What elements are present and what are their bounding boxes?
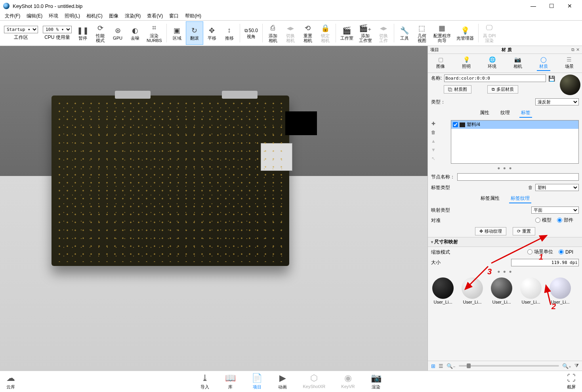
add-label-icon[interactable]: ✚ — [431, 121, 435, 126]
toolbar-gpu-button[interactable]: ⊛GPU — [109, 21, 126, 45]
toolbar-perf-button[interactable]: ⟳性能 模式 — [92, 21, 109, 45]
scale-sceneunit-radio[interactable]: 场景单位 — [527, 249, 553, 255]
panel-tab-material[interactable]: ◯材质 — [537, 55, 550, 71]
toolbar-configurator-button[interactable]: ▦配置程序 向导 — [431, 21, 454, 45]
toolbar-addcam-button[interactable]: ⎙添加 相机 — [264, 21, 282, 45]
drag-handle-icon[interactable]: ● ● ● — [428, 164, 582, 172]
subtab-labelprops[interactable]: 标签属性 — [479, 194, 501, 203]
bottom-render-button[interactable]: 📷渲染 — [371, 373, 382, 390]
delete-label-icon[interactable]: 🗑 — [431, 130, 436, 135]
viewport-3d[interactable] — [0, 46, 427, 371]
panel-tab-scene[interactable]: ☰场景 — [563, 55, 576, 71]
move-up-icon[interactable]: ▲ — [431, 138, 436, 144]
pick-icon[interactable]: ↖ — [431, 156, 435, 161]
screenshot-button[interactable]: ⛶ 截屏 — [567, 373, 576, 390]
filter-icon[interactable]: ⧩ — [574, 363, 579, 369]
bottom-anim-button[interactable]: ▶动画 — [278, 373, 287, 390]
menu-图像[interactable]: 图像 — [106, 12, 122, 20]
move-texture-button[interactable]: ✥移动纹理 — [475, 227, 506, 235]
pcb-model[interactable] — [52, 96, 289, 266]
zoom-in-icon[interactable]: 🔍₊ — [562, 363, 571, 369]
panel-tab-camera[interactable]: 📷相机 — [511, 55, 525, 71]
toolbar-tools-button[interactable]: 🔧工具 — [396, 21, 413, 45]
material-preview-sphere[interactable] — [560, 75, 580, 95]
move-down-icon[interactable]: ▼ — [431, 147, 436, 153]
toolbar-lightmgr-button[interactable]: 💡光管理器 — [454, 21, 477, 45]
workspace-select[interactable]: Startup ▾ — [4, 26, 38, 33]
close-button[interactable]: ✕ — [561, 0, 579, 12]
menu-渲染(R)[interactable]: 渲染(R) — [122, 12, 144, 20]
toolbar-tumble-button[interactable]: ↻翻滚 — [186, 21, 203, 45]
menu-帮助(H)[interactable]: 帮助(H) — [182, 12, 204, 20]
undock-icon[interactable]: ⧉ — [571, 47, 574, 52]
panel-close-icon[interactable]: ✕ — [576, 47, 580, 52]
toolbar-fov_combo-button[interactable]: ⧉50.0视角 — [242, 21, 261, 45]
zoom-slider[interactable] — [459, 365, 559, 367]
material-name-input[interactable] — [444, 75, 546, 82]
bottom-project-button[interactable]: 📄项目 — [252, 373, 262, 390]
material-type-select[interactable]: 漫反射 — [535, 98, 579, 105]
library-icon: 📖 — [225, 373, 236, 383]
render-icon: 📷 — [371, 373, 382, 383]
menu-窗口[interactable]: 窗口 — [166, 12, 182, 20]
toolbar-studio-button[interactable]: 🎬工作室 — [338, 21, 356, 45]
menu-照明(L)[interactable]: 照明(L) — [61, 12, 83, 20]
label-list-item[interactable]: 塑料/4 — [451, 120, 578, 129]
label-visible-checkbox[interactable] — [453, 122, 458, 127]
reset-button[interactable]: ⟳重置 — [513, 227, 535, 235]
list-view-icon[interactable]: ☰ — [439, 363, 443, 369]
swatch-2[interactable]: User_Li... — [489, 277, 514, 304]
region-icon: ▣ — [174, 26, 180, 35]
toolbar-dolly-button[interactable]: ↕推移 — [221, 21, 238, 45]
menu-编辑(E)[interactable]: 编辑(E) — [23, 12, 46, 20]
toolbar-pan-button[interactable]: ✥平移 — [203, 21, 221, 45]
menu-相机(C)[interactable]: 相机(C) — [83, 12, 106, 20]
align-part-radio[interactable]: 部件 — [557, 217, 573, 224]
bottom-library-button[interactable]: 📖库 — [225, 373, 236, 390]
panel-tab-image[interactable]: ▢图像 — [434, 55, 447, 71]
scale-dpi-radio[interactable]: DPI — [559, 249, 573, 255]
size-input[interactable] — [511, 259, 579, 266]
multilayer-button[interactable]: ⧉多层材质 — [487, 85, 518, 94]
swatch-0[interactable]: User_Li... — [430, 277, 456, 304]
toolbar-nurbs-button[interactable]: ⌗渲染 NURBS — [144, 21, 165, 45]
bottom-import-button[interactable]: ⤓导入 — [200, 373, 209, 390]
subtab-labels[interactable]: 标签 — [519, 109, 532, 118]
material-swatches: User_Li...User_Li...User_Li...User_Li...… — [428, 275, 582, 307]
toolbar-pause-button[interactable]: ❚❚暂停 — [74, 21, 92, 45]
swatch-4[interactable]: User_Li... — [548, 277, 573, 304]
toolbar-addstudio-button[interactable]: 🎬₊添加 工作室 — [356, 21, 375, 45]
align-model-radio[interactable]: 模型 — [535, 217, 551, 224]
menu-文件(F)[interactable]: 文件(F) — [2, 12, 23, 20]
zoom-out-icon[interactable]: 🔍₋ — [447, 363, 456, 369]
material-graph-button[interactable]: ⿻材质图 — [444, 85, 471, 94]
maximize-button[interactable]: ☐ — [542, 0, 561, 12]
mapping-type-select[interactable]: 平面 — [531, 207, 579, 214]
save-icon[interactable]: 💾 — [548, 75, 555, 82]
drag-handle-icon[interactable]: ● ● ● — [428, 268, 582, 275]
panel-tab-lighting[interactable]: 💡照明 — [460, 55, 473, 71]
node-name-input[interactable] — [457, 173, 579, 181]
size-mapping-section-header[interactable]: 尺寸和映射 — [428, 237, 582, 247]
toolbar-resetcam-button[interactable]: ⟲重置 相机 — [299, 21, 317, 45]
menu-环境[interactable]: 环境 — [46, 12, 61, 20]
swatch-1[interactable]: User_Li... — [460, 277, 485, 304]
subtab-texture[interactable]: 纹理 — [499, 109, 511, 118]
menu-查看(V)[interactable]: 查看(V) — [144, 12, 166, 20]
cloud-library-button[interactable]: ☁ 云库 — [6, 373, 15, 390]
minimize-button[interactable]: ― — [524, 0, 542, 12]
toolbar-geomview-button[interactable]: ⬚几何 视图 — [413, 21, 431, 45]
switchcam-icon: ◂▸ — [287, 24, 294, 33]
grid-view-icon[interactable]: ⊞ — [431, 363, 435, 369]
delete-labeltype-icon[interactable]: 🗑 — [528, 185, 533, 190]
label-type-select[interactable]: 塑料 — [535, 184, 579, 191]
labels-listbox[interactable]: 塑料/4 — [451, 120, 579, 164]
cpu-usage-select[interactable]: 100 % ▾ — [43, 26, 72, 33]
toolbar-denoise-button[interactable]: ◐去噪 — [126, 21, 144, 45]
subtab-props[interactable]: 属性 — [478, 109, 491, 118]
swatch-3[interactable]: User_Li... — [518, 277, 544, 304]
panel-tab-env[interactable]: 🌐环境 — [485, 55, 499, 71]
subtab-labeltex[interactable]: 标签纹理 — [509, 194, 531, 203]
toolbar-region-button[interactable]: ▣区域 — [168, 21, 186, 45]
size-label: 大小 — [431, 259, 441, 266]
